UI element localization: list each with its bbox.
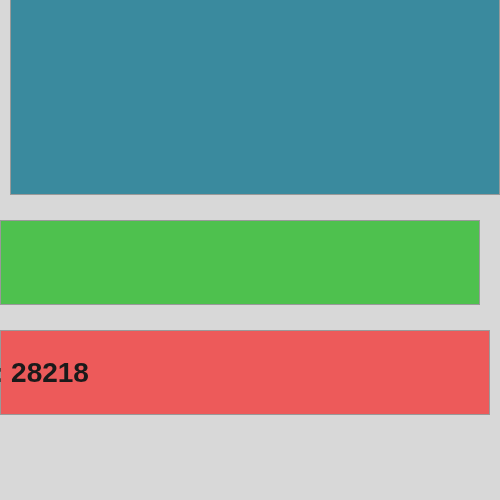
score-bar-all-cores-label: all cores): 28218 (0, 357, 89, 389)
info-bar-teal (10, 0, 500, 195)
score-bar-all-cores: all cores): 28218 (0, 330, 490, 415)
score-bar-per-ghz: z: 27346 (0, 220, 480, 305)
